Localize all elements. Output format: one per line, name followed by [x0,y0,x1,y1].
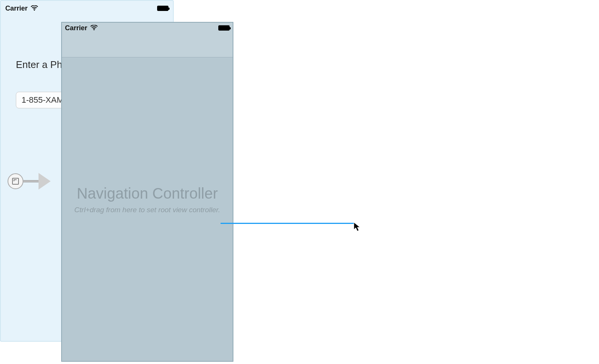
battery-icon [218,25,230,31]
carrier-label: Carrier [5,5,28,12]
arrow-shaft [23,180,39,182]
svg-rect-0 [12,178,19,184]
arrow-head-icon [39,173,51,190]
navigation-controller-scene[interactable]: Carrier Navigation Controller Ctrl+drag … [61,22,233,362]
entry-point-icon [8,173,23,189]
nav-controller-hint: Ctrl+drag from here to set root view con… [62,206,233,214]
wifi-icon [31,5,38,12]
navigation-bar [62,33,233,57]
svg-marker-3 [354,222,360,231]
storyboard-entry-point[interactable] [8,173,51,190]
svg-point-1 [93,29,94,30]
wifi-icon [90,24,98,32]
svg-point-2 [34,9,35,10]
carrier-label: Carrier [65,24,87,32]
status-bar: Carrier [1,1,173,14]
nav-controller-title: Navigation Controller [62,185,233,202]
segue-drag-line [221,223,354,224]
battery-icon [157,6,168,11]
mouse-cursor-icon [354,222,361,233]
status-bar: Carrier [62,23,233,33]
